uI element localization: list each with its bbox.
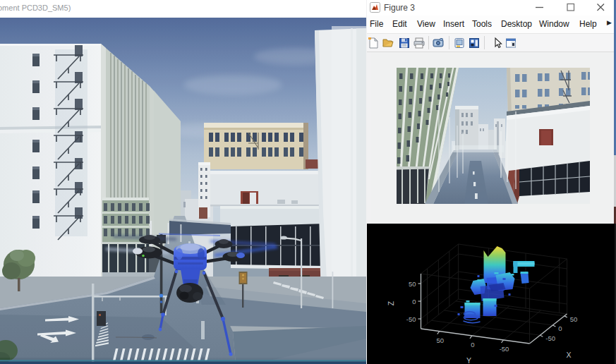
svg-text:-50: -50 — [500, 345, 509, 353]
svg-text:X: X — [567, 351, 572, 359]
svg-text:Y: Y — [466, 356, 471, 364]
svg-text:Z: Z — [387, 301, 395, 305]
svg-text:50: 50 — [570, 315, 578, 323]
svg-text:-50: -50 — [545, 334, 555, 342]
svg-text:-50: -50 — [406, 315, 416, 323]
svg-text:50: 50 — [436, 336, 444, 344]
svg-text:0: 0 — [471, 341, 474, 348]
svg-text:0: 0 — [412, 298, 416, 305]
svg-text:50: 50 — [409, 280, 416, 288]
svg-text:0: 0 — [558, 324, 562, 332]
